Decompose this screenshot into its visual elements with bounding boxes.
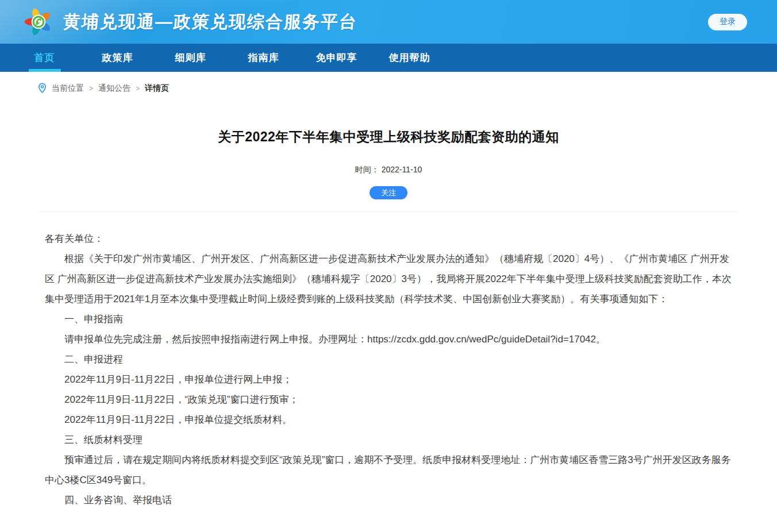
breadcrumb-item-notices[interactable]: 通知公告: [98, 83, 130, 94]
article-paragraph: 请申报单位先完成注册，然后按照申报指南进行网上申报。办理网址：https://z…: [45, 329, 732, 349]
brand-home-link[interactable]: 黄埔兑现通—政策兑现综合服务平台: [22, 5, 357, 38]
article-paragraph: 预审通过后，请在规定期间内将纸质材料提交到区“政策兑现”窗口，逾期不予受理。纸质…: [45, 450, 732, 490]
nav-item-policy-library[interactable]: 政策库: [81, 44, 154, 72]
site-header: 黄埔兑现通—政策兑现综合服务平台 登录: [0, 0, 777, 44]
article-paragraph: 各有关单位：: [45, 229, 732, 249]
article-section-heading: 二、申报进程: [45, 349, 732, 369]
site-title: 黄埔兑现通—政策兑现综合服务平台: [63, 10, 359, 34]
nav-item-rules-library[interactable]: 细则库: [154, 44, 227, 72]
login-button[interactable]: 登录: [708, 14, 747, 30]
nav-item-guide-library[interactable]: 指南库: [227, 44, 300, 72]
article-section-heading: 四、业务咨询、举报电话: [45, 490, 732, 510]
article-body: 各有关单位： 根据《关于印发广州市黄埔区、广州开发区、广州高新区进一步促进高新技…: [39, 229, 738, 510]
article-paragraph: 根据《关于印发广州市黄埔区、广州开发区、广州高新区进一步促进高新技术产业发展办法…: [45, 249, 732, 309]
time-label: 时间：: [355, 165, 379, 174]
breadcrumb: 当前位置 > 通知公告 > 详情页: [38, 83, 777, 94]
breadcrumb-item-detail: 详情页: [145, 83, 169, 94]
nav-item-instant-benefit[interactable]: 免申即享: [300, 44, 373, 72]
divider: [39, 211, 738, 212]
breadcrumb-current-label: 当前位置: [52, 83, 84, 94]
breadcrumb-separator: >: [89, 84, 93, 92]
location-pin-icon: [38, 83, 47, 94]
nav-item-home[interactable]: 首页: [8, 44, 81, 72]
page: 黄埔兑现通—政策兑现综合服务平台 登录 首页 政策库 细则库 指南库 免申即享 …: [0, 0, 777, 532]
nav-item-help[interactable]: 使用帮助: [373, 44, 446, 72]
article-section-heading: 三、纸质材料受理: [45, 430, 732, 450]
article-title: 关于2022年下半年集中受理上级科技奖励配套资助的通知: [39, 128, 738, 146]
article: 关于2022年下半年集中受理上级科技奖励配套资助的通知 时间：2022-11-1…: [0, 128, 777, 510]
main-nav: 首页 政策库 细则库 指南库 免申即享 使用帮助: [0, 44, 777, 72]
platform-logo-icon: [22, 5, 55, 38]
article-paragraph: 2022年11月9日-11月22日，“政策兑现”窗口进行预审；: [45, 390, 732, 410]
article-meta: 时间：2022-11-10: [39, 165, 738, 175]
publish-date: 2022-11-10: [382, 165, 422, 174]
article-section-heading: 一、申报指南: [45, 309, 732, 329]
article-paragraph: 2022年11月9日-11月22日，申报单位提交纸质材料。: [45, 410, 732, 430]
breadcrumb-separator: >: [136, 84, 140, 92]
follow-button[interactable]: 关注: [370, 186, 407, 199]
article-paragraph: 2022年11月9日-11月22日，申报单位进行网上申报；: [45, 369, 732, 390]
